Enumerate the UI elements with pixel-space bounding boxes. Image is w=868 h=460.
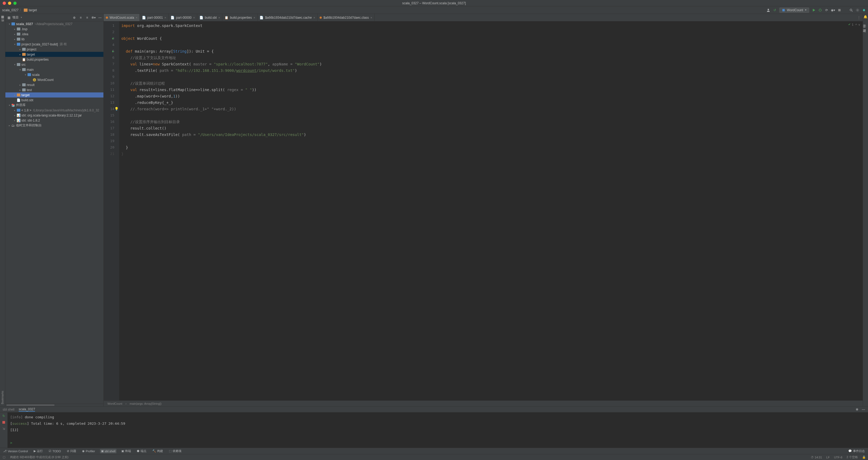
project-scrollbar[interactable] [5,404,103,406]
run-gutter-icon[interactable]: ▶ [112,48,114,55]
tree-item-result[interactable]: ▸result [5,82,103,87]
window-close-button[interactable] [3,2,6,5]
coverage-button[interactable]: ⟳ [825,8,829,12]
window-maximize-button[interactable] [13,2,17,5]
breadcrumb-item[interactable]: target [29,8,37,12]
editor-crumbbar[interactable]: WordCount › main(args: Array[String]) [104,400,863,406]
status-line-separator[interactable]: LF [826,456,830,459]
endpoints-button[interactable]: ⬢端点 [136,449,148,454]
tree-item-test[interactable]: ▸test [5,87,103,92]
tree-item-project[interactable]: ▾project [scala_0327-build]源 根 [5,42,103,47]
select-opened-file-icon[interactable]: ⊕ [72,16,76,20]
run-config-selector[interactable]: WordCount ▼ [779,7,809,13]
codewithme-icon[interactable] [862,8,866,12]
profile-button[interactable]: ◉▾ [831,8,835,12]
editor-tab-buildprops[interactable]: 📋build.properties× [222,14,258,21]
run-gutter-icon[interactable]: ▶ [112,35,114,42]
console-settings-icon[interactable]: ✻ [855,408,859,412]
console-output[interactable]: [info] done compiling [success] Total ti… [7,413,868,448]
close-icon[interactable]: × [218,16,220,19]
stop-button[interactable] [838,8,841,12]
tree-item-scratch[interactable]: ▸🗂临时文件和控制台 [5,123,103,128]
terminal-button[interactable]: ▣终端 [120,449,132,454]
tree-item-scala[interactable]: ▾scala [5,72,103,77]
rerun-icon[interactable]: ↻ [2,414,6,418]
collapse-all-icon[interactable]: ≡ [85,16,89,20]
tree-item-sbt2[interactable]: ▸📊sbt: sbt-1.8.2 [5,118,103,123]
editor-tab-buildsbt[interactable]: 📄build.sbt× [197,14,222,21]
expand-all-icon[interactable]: ≡ [79,16,83,20]
stop-icon[interactable] [2,421,6,424]
vcs-button[interactable]: ⎇Version Control [2,449,29,453]
crumb-method[interactable]: main(args: Array[String]) [130,402,161,405]
tree-item-src[interactable]: ▾src [5,62,103,67]
tree-item-wordcount[interactable]: oWordCount [5,77,103,82]
breadcrumb-root[interactable]: scala_0327 [2,8,19,12]
settings-icon[interactable] [856,8,860,12]
tree-item-bsp[interactable]: ▸.bsp [5,27,103,32]
status-indent[interactable]: 2 个空格 [847,455,858,459]
lightbulb-icon[interactable]: 💡 [114,106,119,112]
close-icon[interactable]: × [253,16,255,19]
run-button[interactable] [812,8,816,12]
tabs-menu-icon[interactable]: ⋮ [857,16,863,20]
chevron-down-icon[interactable]: v [859,23,860,26]
project-tree[interactable]: ▾ scala_0327 ~/IdeaProjects/scala_0327 ▸… [5,21,103,404]
todo-button[interactable]: ☑TODO [48,449,62,453]
profiler-button[interactable]: ◉Profiler [81,449,96,453]
lock-icon[interactable]: 🔒 [862,456,866,459]
debug-button[interactable] [818,8,822,12]
tree-item-buildsbt[interactable]: 📄build.sbt [5,98,103,103]
editor-tab-part0[interactable]: 📄part-00000× [168,14,197,21]
tree-item-sbt1[interactable]: ▸📊sbt: org.scala-lang:scala-library:2.12… [5,113,103,118]
close-icon[interactable]: × [164,16,166,19]
status-encoding[interactable]: UTF-8 [834,456,842,459]
dependencies-button[interactable]: ⬚依赖项 [168,449,183,454]
tree-root[interactable]: ▾ scala_0327 ~/IdeaProjects/scala_0327 [5,21,103,27]
tree-item-buildprops[interactable]: 📋build.properties [5,57,103,62]
code-editor[interactable]: import org.apache.spark.SparkContext obj… [119,21,863,400]
editor-tab-cache[interactable]: 📄$a66b1934dab210d7daec.cache× [258,14,317,21]
inspection-widget[interactable]: ✔ 1 ㅅ v [848,23,860,27]
build-icon[interactable]: ↺ [773,8,777,12]
notifications-icon[interactable]: 🔔 [864,15,867,19]
chevron-down-icon[interactable]: ▼ [20,16,23,19]
search-icon[interactable] [849,8,853,12]
hide-panel-icon[interactable]: — [98,16,102,20]
attach-icon[interactable]: ⇲ [2,427,6,431]
tree-item-idea[interactable]: ▸.idea [5,32,103,37]
tree-item-main[interactable]: ▾main [5,67,103,72]
tree-item-project-sub[interactable]: ▸project [5,47,103,52]
close-icon[interactable]: × [136,16,137,19]
sbt-stripe-button[interactable]: 委建 [863,24,868,33]
editor-gutter[interactable]: 12 3▶ 4 5▶ 678910111213 14💡 151617181920… [104,21,119,400]
run-button-bottom[interactable]: ▶运行 [33,449,44,454]
console-tab-project[interactable]: scala_0327 [19,407,35,412]
editor-tab-wordcount[interactable]: WordCount.scala× [104,14,140,21]
status-icon[interactable]: ▢ [2,456,6,459]
breadcrumb[interactable]: scala_0327 〉 target [2,8,37,12]
editor-tab-part1[interactable]: 📄part-00001× [140,14,168,21]
eventlog-button[interactable]: 💬事件日志 [847,449,866,454]
panel-settings-icon[interactable]: ✻▾ [92,16,95,20]
tree-item-extlib[interactable]: ▾📚外部库 [5,103,103,108]
crumb-class[interactable]: WordCount [107,402,122,405]
tree-item-jdk[interactable]: ▸< 1.8 >/Library/Java/JavaVirtualMachine… [5,108,103,113]
window-minimize-button[interactable] [8,2,11,5]
close-icon[interactable]: × [370,16,372,19]
sbtshell-button[interactable]: ▣sbt shell [100,449,117,453]
chevron-up-icon[interactable]: ㅅ [855,23,858,27]
tree-item-target[interactable]: ▸target [5,92,103,98]
console-tab-sbtshell[interactable]: sbt shell [3,408,14,412]
status-time[interactable]: ⏱ 14:31 [811,456,822,459]
user-icon[interactable] [767,8,770,12]
editor-tab-class[interactable]: $a66b1934dab210d7daec.class× [317,14,375,21]
tree-item-target-sub[interactable]: ▸target [5,52,103,57]
build-button[interactable]: 🔨构建 [151,449,164,454]
close-icon[interactable]: × [193,16,195,19]
problems-button[interactable]: ⊘问题 [66,449,77,454]
close-icon[interactable]: × [313,16,315,19]
project-stripe-icon[interactable]: ▦ [1,15,4,19]
console-hide-icon[interactable]: — [862,408,865,412]
tree-item-lib[interactable]: ▸lib [5,37,103,42]
